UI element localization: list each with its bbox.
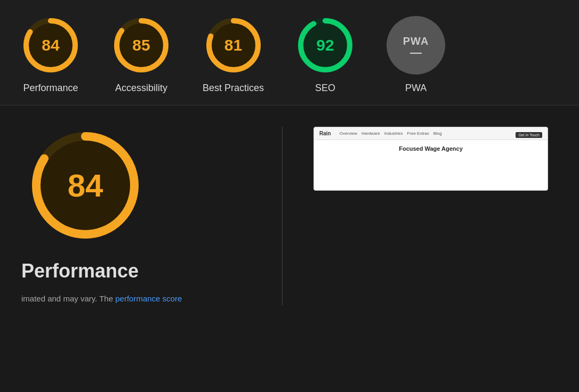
large-gauge-performance: 84 [27, 127, 144, 244]
pwa-badge: PWA — [387, 16, 445, 75]
score-item-accessibility[interactable]: 85 Accessibility [112, 16, 171, 94]
score-value-performance: 84 [42, 36, 59, 54]
score-value-accessibility: 85 [132, 36, 150, 54]
section-title: Performance [21, 260, 139, 282]
right-panel: Rain Overview Hardware Industries Free E… [283, 127, 558, 305]
gauge-accessibility: 85 [112, 16, 171, 75]
website-screenshot: Rain Overview Hardware Industries Free E… [313, 127, 548, 191]
score-value-best-practices: 81 [224, 36, 242, 54]
screenshot-logo: Rain [319, 130, 331, 136]
large-score-value: 84 [68, 167, 103, 204]
score-label-performance: Performance [23, 82, 78, 94]
screenshot-nav: Overview Hardware Industries Free Extras… [340, 131, 442, 136]
bottom-description: imated and may vary. The performance sco… [21, 293, 182, 305]
gauge-performance: 84 [21, 16, 80, 75]
bottom-section: 84 Performance imated and may vary. The … [0, 105, 579, 321]
performance-score-link[interactable]: performance score [115, 294, 182, 303]
gauge-seo: 92 [296, 16, 355, 75]
screenshot-body: Focused Wage Agency [314, 140, 548, 190]
score-label-best-practices: Best Practices [203, 82, 264, 94]
nav-industries: Industries [384, 131, 403, 136]
score-item-performance[interactable]: 84 Performance [21, 16, 80, 94]
score-item-seo[interactable]: 92 SEO [296, 16, 355, 94]
nav-free-extras: Free Extras [407, 131, 429, 136]
score-item-pwa[interactable]: PWA — PWA [387, 16, 445, 94]
screenshot-cta-btn: Get In Touch [516, 132, 542, 138]
nav-overview: Overview [340, 131, 357, 136]
screenshot-heading: Focused Wage Agency [399, 145, 463, 152]
nav-blog: Blog [433, 131, 442, 136]
nav-hardware: Hardware [361, 131, 380, 136]
score-label-pwa: PWA [405, 82, 427, 94]
score-item-best-practices[interactable]: 81 Best Practices [203, 16, 264, 94]
top-scores-section: 84 Performance 85 Accessibility 81 Best … [0, 0, 579, 105]
score-value-seo: 92 [316, 36, 334, 54]
score-label-seo: SEO [315, 82, 335, 94]
body-text-prefix: imated and may vary. The [21, 294, 115, 303]
screenshot-header: Rain Overview Hardware Industries Free E… [314, 127, 548, 140]
pwa-dash: — [410, 50, 422, 55]
left-panel: 84 Performance imated and may vary. The … [21, 127, 283, 305]
gauge-best-practices: 81 [204, 16, 263, 75]
score-label-accessibility: Accessibility [115, 82, 167, 94]
